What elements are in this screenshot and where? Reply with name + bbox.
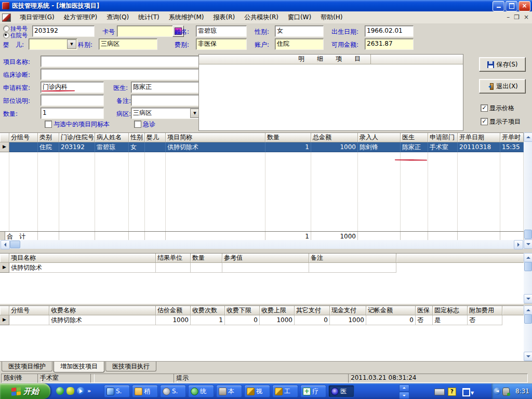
help-tray-icon[interactable]: ? [448,388,456,396]
grid-cell[interactable] [156,263,191,273]
taskbar-button-4[interactable]: 统 [188,385,214,397]
diagnosis-input[interactable] [41,69,201,80]
tray-caret-icon[interactable]: ▼ [471,391,474,395]
column-header[interactable]: 项目简称 [166,133,265,142]
chevron-down-icon[interactable]: ▼ [67,39,76,49]
dept-input[interactable]: 三病区 [99,38,157,50]
grid-cell[interactable]: 203192 [59,142,95,152]
column-header[interactable]: 分组号 [9,306,49,315]
column-header[interactable]: 记帐金额 [366,306,416,315]
row-selector-arrow[interactable]: ▶ [0,263,9,273]
available-amount-input[interactable]: 2631.87 [365,38,414,50]
column-header[interactable]: 类别 [38,133,59,142]
fee-type-input[interactable]: 非医保 [196,38,247,50]
taskbar-button-9[interactable]: 医 [328,385,354,397]
menu-item-3[interactable]: 查询(Q) [102,11,134,23]
taskbar-button-1[interactable]: S. [104,385,130,397]
tab-item[interactable]: 医技项目维护 [2,362,52,371]
result-grid-row[interactable]: ▶供肺切除术 [0,263,524,273]
same-specimen-checkbox[interactable] [45,121,52,128]
mdi-minimize-button[interactable]: – [507,14,510,21]
restore-button[interactable] [506,1,517,11]
charge-grid-row[interactable]: ▶供肺切除术1000101000010000否是否 [0,315,524,325]
grid-cell[interactable]: 1000 [260,315,295,325]
quantity-input[interactable]: 1 [41,108,104,119]
window-tray-icon[interactable] [462,388,470,396]
column-header[interactable]: 结果单位 [156,254,191,263]
show-subitems-checkbox[interactable]: ✓ [481,118,488,125]
grid-cell[interactable] [145,142,166,152]
row-selector-arrow[interactable]: ▶ [0,142,9,152]
scroll-up-icon[interactable] [524,253,532,262]
grid-cell[interactable]: 女 [129,142,145,152]
grid-cell[interactable]: 0 [366,315,416,325]
grid-cell[interactable]: 陈剑锋 [358,142,401,152]
media-play-icon[interactable] [77,387,85,395]
quick-launch-overflow-chevron[interactable]: » [87,388,91,394]
exit-button[interactable]: 退出(X) [479,79,526,94]
column-header[interactable]: 门诊/住院号 [59,133,95,142]
grid-cell[interactable]: 陈家正 [401,142,428,152]
vscroll-thumb[interactable] [524,314,532,324]
result-grid-vscrollbar[interactable] [524,253,532,303]
database-tray-icon[interactable] [502,388,510,396]
column-header[interactable]: 开单日期 [458,133,500,142]
grid-cell[interactable]: 否 [468,315,502,325]
start-button[interactable]: 开始 [0,383,50,399]
hscroll-thumb[interactable] [10,241,20,248]
mdi-restore-button[interactable]: ❒ [514,14,520,21]
patient-number-input[interactable]: 203192 [32,25,95,37]
taskbar-scroll-up[interactable] [399,384,409,392]
taskbar-button-8[interactable]: 疗 [300,385,326,397]
menu-item-4[interactable]: 统计(T) [134,11,164,23]
column-header[interactable]: 估价金额 [156,306,191,315]
grid-cell[interactable]: 1000 [311,142,358,152]
inpatient-number-radio[interactable] [3,32,9,38]
detail-items-body[interactable] [199,64,463,130]
taskbar-button-6[interactable]: 视 [244,385,270,397]
item-name-input[interactable] [41,56,201,67]
column-header[interactable]: 收费名称 [49,306,156,315]
column-header[interactable]: 数量 [265,133,311,142]
column-header[interactable]: 其它支付 [295,306,330,315]
column-header[interactable]: 收费上限 [260,306,295,315]
mdi-close-button[interactable]: × [524,14,529,21]
show-price-checkbox[interactable]: ✓ [481,104,488,112]
column-header[interactable]: 参考值 [222,254,309,263]
doctor-input[interactable]: 陈家正 [131,82,201,93]
menu-item-1[interactable]: 项目管理(G) [15,11,59,23]
remark-input[interactable] [131,95,201,106]
column-header[interactable]: 项目名称 [9,254,156,263]
column-header[interactable]: 附加费用 [468,306,502,315]
grid-cell[interactable] [309,263,396,273]
orders-grid-selected-row[interactable]: ▶住院203192雷碧琼女供肺切除术11000陈剑锋陈家正手术室20110318… [0,142,524,152]
grid-cell[interactable]: 1 [191,315,225,325]
column-header[interactable]: 现金支付 [330,306,366,315]
column-header[interactable]: 病人姓名 [95,133,129,142]
taskbar-button-3[interactable]: S. [160,385,186,397]
grid-cell[interactable]: 0 [295,315,330,325]
column-header[interactable]: 分组号 [9,133,38,142]
grid-cell[interactable]: 供肺切除术 [166,142,265,152]
column-header[interactable]: 录入人 [358,133,401,142]
scroll-up-icon[interactable] [524,305,532,315]
part-note-input[interactable] [41,95,104,106]
orders-grid-hscrollbar[interactable] [0,240,524,249]
column-header[interactable]: 固定标志 [433,306,468,315]
tab-active[interactable]: 增加医技项目 [54,362,104,373]
menu-item-6[interactable]: 报表(R) [209,11,240,23]
column-header[interactable]: 备注 [309,254,396,263]
keyboard-icon[interactable] [434,389,445,395]
menu-item-2[interactable]: 处方管理(P) [59,11,102,23]
close-button[interactable]: × [518,1,530,11]
grid-cell[interactable]: 供肺切除术 [9,263,156,273]
row-selector-arrow[interactable]: ▶ [0,315,9,325]
minimize-button[interactable] [493,1,504,11]
column-header[interactable]: 开单时 [500,133,524,142]
back-circle-icon[interactable]: ◄ [494,388,501,395]
grid-cell[interactable]: 否 [416,315,433,325]
scroll-down-icon[interactable] [524,352,532,361]
menu-item-9[interactable]: 帮助(H) [316,11,347,23]
grid-cell[interactable]: 1000 [156,315,191,325]
name-input[interactable]: 雷碧琼 [196,25,247,37]
